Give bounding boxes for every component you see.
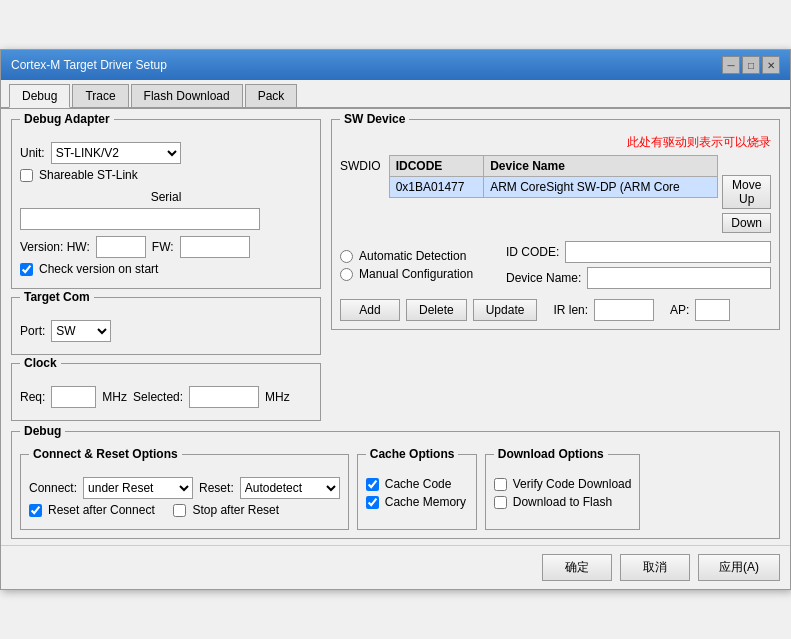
download-to-flash-checkbox[interactable] — [494, 496, 507, 509]
clock-label: Clock — [20, 356, 61, 370]
right-panel: SW Device 此处有驱动则表示可以烧录 SWDIO IDCODE Devi… — [331, 119, 780, 421]
cr-inner: Connect: under Reset Normal with Pre-res… — [29, 477, 340, 517]
download-to-flash-label: Download to Flash — [513, 495, 612, 509]
target-com-label: Target Com — [20, 290, 94, 304]
stop-after-reset-label: Stop after Reset — [192, 503, 279, 517]
table-row[interactable]: 0x1BA01477 ARM CoreSight SW-DP (ARM Core — [389, 177, 718, 198]
window-title: Cortex-M Target Driver Setup — [11, 58, 167, 72]
update-button[interactable]: Update — [473, 299, 538, 321]
cache-memory-label: Cache Memory — [385, 495, 466, 509]
main-content: Debug Adapter Unit: ST-LINK/V2 ST-LINK/V… — [1, 109, 790, 431]
selected-unit: MHz — [265, 390, 290, 404]
annotation: 此处有驱动则表示可以烧录 — [340, 134, 771, 151]
bottom-section: Debug Connect & Reset Options Connect: u… — [1, 431, 790, 545]
debug-inner: Connect & Reset Options Connect: under R… — [20, 454, 771, 530]
device-name-label: Device Name: — [506, 271, 581, 285]
ir-len-input[interactable] — [594, 299, 654, 321]
debug-group: Debug Connect & Reset Options Connect: u… — [11, 431, 780, 539]
tab-pack[interactable]: Pack — [245, 84, 298, 107]
stop-after-reset-checkbox[interactable] — [173, 504, 186, 517]
move-buttons: MoveUp Down — [722, 155, 771, 233]
title-bar-buttons: ─ □ ✕ — [722, 56, 780, 74]
id-code-label: ID CODE: — [506, 245, 559, 259]
cache-options-label: Cache Options — [366, 447, 459, 461]
tab-bar: Debug Trace Flash Download Pack — [1, 80, 790, 109]
selected-input[interactable]: 1.800 — [189, 386, 259, 408]
minimize-button[interactable]: ─ — [722, 56, 740, 74]
connect-label: Connect: — [29, 481, 77, 495]
reset-after-connect-label: Reset after Connect — [48, 503, 155, 517]
close-button[interactable]: ✕ — [762, 56, 780, 74]
move-down-button[interactable]: Down — [722, 213, 771, 233]
device-name-input[interactable] — [587, 267, 771, 289]
req-unit: MHz — [102, 390, 127, 404]
idcode-cell: 0x1BA01477 — [389, 177, 483, 198]
reset-after-connect-checkbox[interactable] — [29, 504, 42, 517]
tab-debug[interactable]: Debug — [9, 84, 70, 108]
id-code-input[interactable] — [565, 241, 771, 263]
download-options-label: Download Options — [494, 447, 608, 461]
hw-input[interactable]: V2 — [96, 236, 146, 258]
manual-config-label: Manual Configuration — [359, 267, 473, 281]
cache-code-checkbox[interactable] — [366, 478, 379, 491]
check-version-checkbox[interactable] — [20, 263, 33, 276]
cache-code-label: Cache Code — [385, 477, 452, 491]
device-cell: ARM CoreSight SW-DP (ARM Core — [484, 177, 718, 198]
reset-label: Reset: — [199, 481, 234, 495]
cancel-button[interactable]: 取消 — [620, 554, 690, 581]
swdio-label: SWDIO — [340, 155, 385, 173]
device-table-area: IDCODE Device Name 0x1BA01477 ARM CoreSi… — [389, 155, 719, 198]
version-label: Version: HW: — [20, 240, 90, 254]
cache-memory-checkbox[interactable] — [366, 496, 379, 509]
apply-button[interactable]: 应用(A) — [698, 554, 780, 581]
left-panel: Debug Adapter Unit: ST-LINK/V2 ST-LINK/V… — [11, 119, 321, 421]
sw-device-group: SW Device 此处有驱动则表示可以烧录 SWDIO IDCODE Devi… — [331, 119, 780, 330]
tab-trace[interactable]: Trace — [72, 84, 128, 107]
ap-input[interactable]: 0 — [695, 299, 730, 321]
port-label: Port: — [20, 324, 45, 338]
ap-label: AP: — [670, 303, 689, 317]
shareable-checkbox[interactable] — [20, 169, 33, 182]
req-label: Req: — [20, 390, 45, 404]
shareable-label: Shareable ST-Link — [39, 168, 138, 182]
debug-adapter-group: Debug Adapter Unit: ST-LINK/V2 ST-LINK/V… — [11, 119, 321, 289]
check-version-label: Check version on start — [39, 262, 158, 276]
unit-select[interactable]: ST-LINK/V2 ST-LINK/V3 — [51, 142, 181, 164]
cr-label: Connect & Reset Options — [29, 447, 182, 461]
connect-select[interactable]: under Reset Normal with Pre-reset — [83, 477, 193, 499]
main-window: Cortex-M Target Driver Setup ─ □ ✕ Debug… — [0, 49, 791, 590]
req-input[interactable]: 10 — [51, 386, 96, 408]
cache-options-group: Cache Options Cache Code Cache Memory — [357, 454, 477, 530]
connect-reset-group: Connect & Reset Options Connect: under R… — [20, 454, 349, 530]
clock-group: Clock Req: 10 MHz Selected: 1.800 MHz — [11, 363, 321, 421]
move-up-button[interactable]: MoveUp — [722, 175, 771, 209]
fw-input[interactable]: V2J39S7 — [180, 236, 250, 258]
footer: 确定 取消 应用(A) — [1, 545, 790, 589]
delete-button[interactable]: Delete — [406, 299, 467, 321]
verify-checkbox[interactable] — [494, 478, 507, 491]
selected-label: Selected: — [133, 390, 183, 404]
serial-label: Serial — [151, 190, 182, 204]
fw-label: FW: — [152, 240, 174, 254]
title-bar: Cortex-M Target Driver Setup ─ □ ✕ — [1, 50, 790, 80]
port-select[interactable]: SW JTAG — [51, 320, 111, 342]
ok-button[interactable]: 确定 — [542, 554, 612, 581]
detection-section: Automatic Detection Manual Configuration… — [340, 241, 771, 321]
debug-adapter-label: Debug Adapter — [20, 112, 114, 126]
add-button[interactable]: Add — [340, 299, 400, 321]
manual-config-radio[interactable] — [340, 268, 353, 281]
serial-input[interactable]: 0E4209000A14304D434D4E00 — [20, 208, 260, 230]
target-com-group: Target Com Port: SW JTAG — [11, 297, 321, 355]
reset-select[interactable]: Autodetect Software Hardware — [240, 477, 340, 499]
verify-label: Verify Code Download — [513, 477, 632, 491]
debug-group-label: Debug — [20, 424, 65, 438]
auto-detect-label: Automatic Detection — [359, 249, 466, 263]
col-idcode: IDCODE — [389, 156, 483, 177]
action-buttons: Add Delete Update IR len: AP: 0 — [340, 299, 771, 321]
sw-device-label: SW Device — [340, 112, 409, 126]
auto-detect-radio[interactable] — [340, 250, 353, 263]
col-device-name: Device Name — [484, 156, 718, 177]
maximize-button[interactable]: □ — [742, 56, 760, 74]
tab-flash-download[interactable]: Flash Download — [131, 84, 243, 107]
ir-len-label: IR len: — [553, 303, 588, 317]
